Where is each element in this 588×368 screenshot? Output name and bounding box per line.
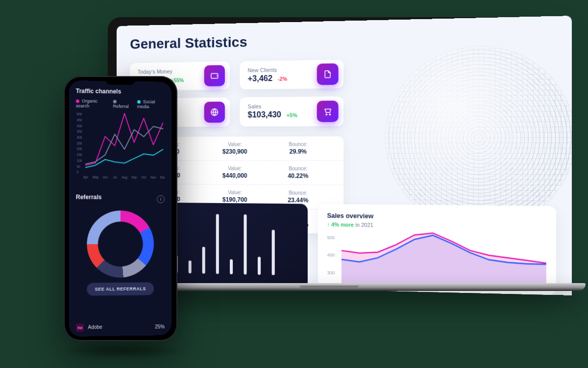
phone-frame: Traffic channels Organic search Referral…: [64, 76, 177, 341]
sales-overview-title: Sales overview: [327, 212, 546, 222]
svg-text:150: 150: [77, 153, 82, 157]
traffic-channels-title: Traffic channels: [76, 87, 165, 96]
adobe-label: Xd Adobe: [76, 323, 102, 332]
svg-point-3: [329, 114, 330, 115]
sales-card[interactable]: Sales $103,430 +5%: [240, 97, 343, 127]
wallet-icon: [204, 65, 225, 86]
card-value: +3,462 -2%: [248, 74, 312, 83]
svg-text:500: 500: [77, 112, 82, 116]
bar: [202, 247, 205, 274]
card-label: New Clients: [248, 66, 312, 73]
traffic-chart: 050100150200250300350400450500AprMayJunJ…: [76, 112, 165, 187]
cart-icon: [317, 101, 339, 122]
bar: [258, 257, 261, 275]
card-value: $103,430 +5%: [248, 110, 312, 119]
svg-text:200: 200: [77, 147, 82, 151]
new-clients-card[interactable]: New Clients +3,462 -2%: [240, 60, 343, 90]
svg-text:0: 0: [77, 170, 79, 174]
delta-up: +5%: [287, 112, 297, 118]
arrow-up-icon: ↑: [327, 221, 332, 228]
phone-shadow: [59, 343, 186, 358]
adobe-percent: 25%: [155, 324, 165, 329]
legend-item: Referral: [113, 99, 132, 109]
card-label: Sales: [248, 103, 312, 109]
see-all-referrals-button[interactable]: SEE ALL REFERRALS: [87, 282, 153, 295]
svg-text:Oct: Oct: [141, 176, 146, 179]
svg-text:300: 300: [77, 135, 82, 139]
traffic-legend: Organic search Referral Social media: [76, 99, 165, 109]
laptop-notch: [300, 286, 359, 289]
svg-text:450: 450: [77, 118, 82, 122]
svg-text:Dec: Dec: [160, 176, 165, 179]
bar: [189, 260, 192, 273]
referrals-card: Referrals i SEE ALL REFERRALS: [76, 194, 165, 296]
globe-icon: [204, 102, 225, 123]
svg-text:Nov: Nov: [150, 176, 156, 179]
svg-text:May: May: [93, 176, 99, 180]
svg-text:Aug: Aug: [122, 176, 127, 180]
adobe-row[interactable]: Xd Adobe 25%: [76, 322, 165, 332]
bar: [216, 214, 219, 274]
sales-overview-subtitle: ↑ 4% more in 2021: [327, 221, 546, 230]
svg-text:Sep: Sep: [131, 176, 137, 180]
svg-text:250: 250: [77, 141, 82, 145]
legend-item: Organic search: [76, 99, 108, 109]
delta-down: -2%: [278, 76, 287, 82]
svg-text:50: 50: [77, 165, 81, 168]
referrals-donut-chart: [87, 210, 154, 278]
svg-point-2: [326, 114, 327, 115]
svg-text:100: 100: [77, 159, 82, 162]
svg-text:Apr: Apr: [83, 176, 88, 180]
referrals-title: Referrals: [76, 194, 102, 201]
sales-overview-chart: 500 400 300: [327, 231, 546, 290]
file-icon: [317, 63, 339, 85]
svg-text:Jul: Jul: [113, 176, 117, 179]
phone-screen: Traffic channels Organic search Referral…: [69, 80, 172, 337]
info-icon[interactable]: i: [157, 195, 165, 203]
bar: [230, 259, 233, 274]
bar: [244, 214, 246, 275]
svg-text:Jun: Jun: [102, 176, 108, 179]
dashboard-screen: General Statistics Today's Money $53,000…: [117, 16, 572, 295]
xd-icon: Xd: [76, 323, 84, 331]
sales-overview-card: Sales overview ↑ 4% more in 2021 500 400…: [318, 204, 556, 295]
legend-item: Social media: [137, 99, 165, 109]
svg-text:400: 400: [77, 124, 82, 128]
card-label: Today's Money: [138, 68, 199, 75]
bar: [272, 230, 275, 275]
svg-text:350: 350: [77, 130, 82, 133]
